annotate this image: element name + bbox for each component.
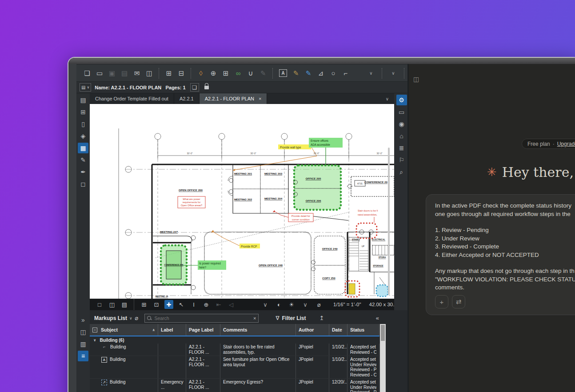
markups-list-icon[interactable]: ≡ xyxy=(78,351,88,361)
collapse-all-icon[interactable]: − xyxy=(92,328,97,332)
tab-list-chevron[interactable]: ∨ xyxy=(380,96,394,101)
zoom-tool-icon[interactable]: ⊕ xyxy=(202,300,211,309)
sidebar-toggle-icon[interactable]: ◫ xyxy=(413,76,419,83)
select-tool-icon[interactable]: ↖ xyxy=(177,300,186,309)
places-icon[interactable]: ◉ xyxy=(396,119,407,129)
pan-tool-icon[interactable]: ✚ xyxy=(164,300,173,309)
paste-markup-icon[interactable]: ⊟ xyxy=(177,68,186,78)
flags-icon[interactable]: ⚐ xyxy=(396,155,407,165)
side-by-side-icon[interactable]: ◫ xyxy=(108,300,116,309)
pdf-viewer[interactable]: Provide wall type xyxy=(90,104,394,299)
bookmarks-icon[interactable]: ▯ xyxy=(78,119,88,129)
properties-icon[interactable]: ⚙ xyxy=(396,95,407,105)
insert-page-icon[interactable]: ⊞ xyxy=(221,68,230,78)
wc-cloud-markup[interactable] xyxy=(376,285,388,296)
highlighter-tool-icon[interactable]: ✎ xyxy=(304,68,313,78)
previous-page-icon[interactable]: ◁ xyxy=(227,300,236,309)
layers-icon[interactable]: ◈ xyxy=(78,131,88,141)
clear-search-icon[interactable]: × xyxy=(253,316,256,321)
column-header-subject[interactable]: −Subject∧ xyxy=(90,324,158,336)
column-header-status[interactable]: Status xyxy=(347,324,379,336)
hide-markups-icon[interactable]: ⌀ xyxy=(135,315,139,321)
collapse-panel-icon[interactable]: « xyxy=(376,315,379,321)
signatures-icon[interactable]: ✒ xyxy=(78,167,88,177)
export-icon[interactable]: ↥ xyxy=(319,315,324,321)
viewer-scrollbar[interactable] xyxy=(388,148,390,295)
hyperlink-icon[interactable]: ∞ xyxy=(234,68,243,78)
callout-tool-icon[interactable]: ⌐ xyxy=(341,68,350,78)
copy-markup-icon[interactable]: ⊞ xyxy=(164,68,173,78)
text-box-tool-icon[interactable]: A xyxy=(279,69,287,77)
column-header-comments[interactable]: Comments xyxy=(220,324,296,336)
floorplan-label: MEETING 201 xyxy=(234,172,252,175)
print-icon[interactable]: ▤ xyxy=(120,68,129,78)
spaces-panel-icon[interactable]: ⌂ xyxy=(396,131,407,141)
save-icon[interactable]: ▣ xyxy=(108,68,116,78)
column-header-author[interactable]: Author xyxy=(296,324,329,336)
pen-tool-icon[interactable]: ✎ xyxy=(291,68,300,78)
studio-panel-icon[interactable]: ◫ xyxy=(145,68,154,78)
column-header-page-label[interactable]: Page Label xyxy=(186,324,220,336)
ada-cloud-markup[interactable] xyxy=(294,165,341,210)
table-scrollbar[interactable] xyxy=(380,324,386,392)
markup-tools-icon[interactable]: ✎ xyxy=(78,155,88,165)
insert-pages-icon[interactable]: ⊞ xyxy=(140,300,148,309)
search-panel-icon[interactable]: ⌕ xyxy=(396,167,407,177)
format-painter-icon[interactable]: ✎ xyxy=(259,68,268,78)
sets-icon[interactable]: ≣ xyxy=(396,143,407,153)
markups-search[interactable]: × xyxy=(144,314,259,323)
table-row[interactable]: ⌐BuildingA2.2.1 - FLOOR ...Stair doors t… xyxy=(90,344,379,356)
single-page-icon[interactable]: □ xyxy=(95,300,104,309)
group-row-building[interactable]: ∨Building (6) xyxy=(90,336,379,344)
attachment-icon[interactable]: ∪ xyxy=(246,68,255,78)
cloud-tool-icon[interactable]: ○ xyxy=(329,68,338,78)
tab-close-icon[interactable]: × xyxy=(259,96,261,101)
power-requirements-note[interactable]: What are power requirements for Open Off… xyxy=(178,196,205,208)
column-header-label[interactable]: Label xyxy=(158,324,186,336)
column-header-date[interactable]: Date xyxy=(329,324,347,336)
select-region-icon[interactable]: ⊕ xyxy=(209,68,218,78)
chevron-down-icon[interactable]: ∨ xyxy=(129,316,132,320)
thumbnails-icon[interactable]: ⊞ xyxy=(78,107,88,117)
brightness-dropdown[interactable]: ∨ xyxy=(299,300,311,309)
floorplan-label: 30'-0" xyxy=(250,152,256,155)
add-content-button[interactable]: + xyxy=(435,295,448,308)
table-row[interactable]: ABuildingA2.2.1 - FLOOR ...See furniture… xyxy=(90,356,379,379)
new-document-icon[interactable]: ❏ xyxy=(83,68,92,78)
expand-panels-icon[interactable]: » xyxy=(78,315,88,325)
tool-chest-icon[interactable]: ▦ xyxy=(78,143,88,153)
measure-tool-icon[interactable]: ⊿ xyxy=(316,68,325,78)
tab-change-order-template-filled-out[interactable]: Change Order Template Filled out xyxy=(90,93,174,104)
tab-a2-2-1[interactable]: A2.2.1 xyxy=(174,93,200,104)
snapshot-icon[interactable]: ◊ xyxy=(196,68,205,78)
upgrade-link[interactable]: Upgrade xyxy=(557,141,575,147)
tool-dropdown-1[interactable]: ∨ xyxy=(365,68,377,78)
brightness-icon[interactable]: ☀ xyxy=(287,300,296,309)
multi-page-icon[interactable]: ▤ xyxy=(120,300,129,309)
contrast-icon[interactable]: ◐ xyxy=(275,300,284,309)
window-titlebar[interactable] xyxy=(68,58,575,64)
prompt-card[interactable]: In the active PDF check the complete sta… xyxy=(426,194,575,315)
line-weight-icon[interactable]: ⌀ xyxy=(315,300,323,309)
insert-page-button[interactable]: ❏ xyxy=(190,83,199,92)
search-input[interactable] xyxy=(153,315,253,321)
form-fields-icon[interactable]: ▥ xyxy=(78,339,88,349)
first-page-icon[interactable]: ⇤ xyxy=(214,300,223,309)
file-access-icon[interactable]: ▤ xyxy=(78,95,88,105)
table-header: −Subject∧LabelPage LabelCommentsAuthorDa… xyxy=(90,324,379,336)
crop-pages-icon[interactable]: ⊡ xyxy=(152,300,161,309)
measurements-icon[interactable]: ▭ xyxy=(396,107,407,117)
tools-sliders-button[interactable]: ⇄ xyxy=(452,295,465,308)
model-tree-icon[interactable]: ◫ xyxy=(78,327,88,337)
tab-a2-2-1-floor-plan[interactable]: A2.2.1 - FLOOR PLAN× xyxy=(200,93,268,104)
table-row[interactable]: ↗BuildingEmergency ...A2.2.1 - FLOOR ...… xyxy=(90,379,379,392)
select-text-icon[interactable]: I xyxy=(189,300,198,309)
tool-dropdown-2[interactable]: ∨ xyxy=(387,68,399,78)
spaces-icon[interactable]: ◻ xyxy=(78,179,88,189)
open-file-icon[interactable]: ▭ xyxy=(95,68,104,78)
document-menu[interactable]: ▤∨ xyxy=(80,83,91,92)
markups-list-title[interactable]: Markups List xyxy=(94,315,127,321)
navigation-dropdown[interactable]: ∨ xyxy=(260,300,271,309)
email-icon[interactable]: ✉ xyxy=(132,68,141,78)
filter-list-button[interactable]: ∇ Filter List xyxy=(276,315,306,321)
